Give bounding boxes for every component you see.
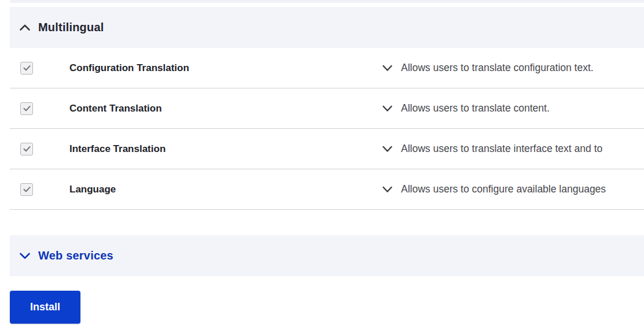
checkmark-icon: [23, 64, 31, 72]
module-row-content-translation: Content Translation Allows users to tran…: [10, 88, 644, 129]
section-header-web-services[interactable]: Web services: [10, 235, 644, 276]
module-description: Allows users to translate interface text…: [401, 143, 602, 155]
module-description: Allows users to translate configuration …: [401, 62, 594, 74]
module-description: Allows users to translate content.: [401, 102, 550, 114]
checkmark-icon: [23, 104, 31, 113]
module-description-cell: Allows users to translate content.: [382, 102, 644, 114]
module-install-page: Multilingual Configuration Translation A…: [0, 0, 644, 330]
module-checkbox[interactable]: [20, 183, 33, 196]
chevron-down-icon[interactable]: [382, 105, 393, 112]
checkbox-cell: [10, 143, 69, 155]
previous-section-band-edge: [10, 0, 644, 3]
module-name: Interface Translation: [69, 143, 382, 155]
checkmark-icon: [23, 144, 31, 153]
module-description-cell: Allows users to translate configuration …: [382, 62, 644, 74]
checkbox-cell: [10, 62, 69, 75]
module-row-language: Language Allows users to configure avail…: [10, 169, 644, 210]
module-row-interface-translation: Interface Translation Allows users to tr…: [10, 129, 644, 169]
install-button[interactable]: Install: [10, 291, 80, 324]
section-title: Web services: [38, 249, 113, 262]
module-name: Content Translation: [69, 103, 382, 114]
module-table: Configuration Translation Allows users t…: [10, 48, 644, 210]
chevron-down-icon[interactable]: [382, 65, 393, 72]
section-header-multilingual[interactable]: Multilingual: [10, 7, 644, 48]
module-row-configuration-translation: Configuration Translation Allows users t…: [10, 48, 644, 88]
module-name: Configuration Translation: [69, 62, 382, 74]
checkbox-cell: [10, 183, 69, 196]
module-checkbox[interactable]: [20, 102, 33, 115]
module-description-cell: Allows users to translate interface text…: [382, 143, 644, 155]
checkbox-cell: [10, 102, 69, 115]
chevron-up-icon: [19, 24, 31, 31]
module-name: Language: [69, 184, 382, 195]
chevron-down-icon[interactable]: [382, 146, 393, 153]
section-title: Multilingual: [38, 21, 104, 34]
chevron-down-icon: [19, 252, 31, 259]
module-description-cell: Allows users to configure available lang…: [382, 183, 644, 195]
module-description: Allows users to configure available lang…: [401, 183, 606, 195]
checkmark-icon: [23, 185, 31, 194]
chevron-down-icon[interactable]: [382, 186, 393, 193]
module-checkbox[interactable]: [20, 143, 33, 155]
module-checkbox[interactable]: [20, 62, 33, 75]
